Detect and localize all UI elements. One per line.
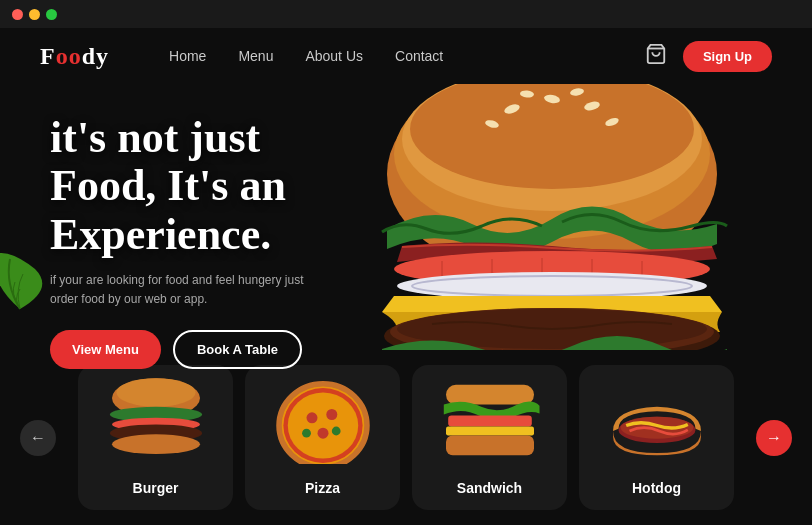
- nav-contact[interactable]: Contact: [395, 48, 443, 64]
- leaf-decoration: [0, 244, 55, 314]
- svg-point-40: [302, 429, 311, 438]
- hero-title: it's not just Food, It's an Experience.: [50, 114, 310, 259]
- hotdog-card-label: Hotdog: [632, 480, 681, 496]
- burger-card[interactable]: Burger: [78, 365, 233, 510]
- maximize-dot[interactable]: [46, 9, 57, 20]
- svg-rect-45: [446, 427, 534, 436]
- svg-point-37: [306, 412, 317, 423]
- cart-icon[interactable]: [645, 43, 667, 70]
- window-chrome: [0, 0, 812, 28]
- svg-point-33: [112, 434, 200, 454]
- hero-buttons: View Menu Book A Table: [50, 330, 310, 369]
- svg-point-38: [326, 409, 337, 420]
- hero-subtitle: if your are looking for food and feel hu…: [50, 271, 310, 309]
- nav-links: Home Menu About Us Contact: [169, 48, 645, 64]
- view-menu-button[interactable]: View Menu: [50, 330, 161, 369]
- signup-button[interactable]: Sign Up: [683, 41, 772, 72]
- svg-point-39: [317, 428, 328, 439]
- sandwich-card[interactable]: Sandwich: [412, 365, 567, 510]
- minimize-dot[interactable]: [29, 9, 40, 20]
- svg-rect-43: [446, 385, 534, 405]
- logo: Foody: [40, 43, 109, 70]
- nav-home[interactable]: Home: [169, 48, 206, 64]
- nav-menu[interactable]: Menu: [238, 48, 273, 64]
- svg-point-29: [116, 378, 195, 407]
- burger-card-image: [101, 375, 211, 465]
- hotdog-card-image: [602, 375, 712, 465]
- sandwich-card-image: [435, 375, 545, 465]
- pizza-card-image: [268, 375, 378, 465]
- hero-burger-image: [352, 84, 752, 394]
- prev-arrow-button[interactable]: ←: [20, 420, 56, 456]
- book-table-button[interactable]: Book A Table: [173, 330, 302, 369]
- navbar: Foody Home Menu About Us Contact Sign Up: [0, 28, 812, 84]
- categories-section: ← Burger: [0, 350, 812, 525]
- svg-rect-46: [446, 435, 534, 455]
- hero-section: it's not just Food, It's an Experience. …: [0, 84, 812, 394]
- hero-text: it's not just Food, It's an Experience. …: [50, 114, 310, 369]
- nav-about[interactable]: About Us: [305, 48, 363, 64]
- sandwich-card-label: Sandwich: [457, 480, 522, 496]
- next-arrow-button[interactable]: →: [756, 420, 792, 456]
- food-cards: Burger: [66, 365, 746, 510]
- pizza-card[interactable]: Pizza: [245, 365, 400, 510]
- hotdog-card[interactable]: Hotdog: [579, 365, 734, 510]
- pizza-card-label: Pizza: [305, 480, 340, 496]
- nav-actions: Sign Up: [645, 41, 772, 72]
- svg-rect-44: [448, 416, 532, 427]
- close-dot[interactable]: [12, 9, 23, 20]
- svg-point-36: [287, 393, 357, 459]
- main-container: Foody Home Menu About Us Contact Sign Up…: [0, 28, 812, 525]
- svg-point-41: [331, 427, 340, 436]
- burger-card-label: Burger: [133, 480, 179, 496]
